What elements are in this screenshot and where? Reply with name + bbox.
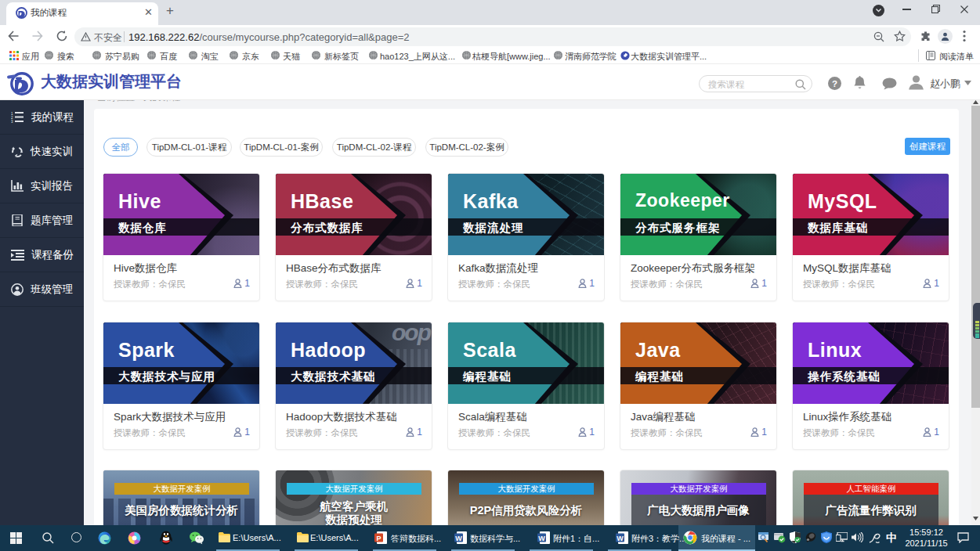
svg-text:1: 1 <box>11 112 13 116</box>
svg-text:?: ? <box>832 79 837 88</box>
svg-text:3: 3 <box>11 120 13 123</box>
svg-text:P: P <box>376 535 381 542</box>
